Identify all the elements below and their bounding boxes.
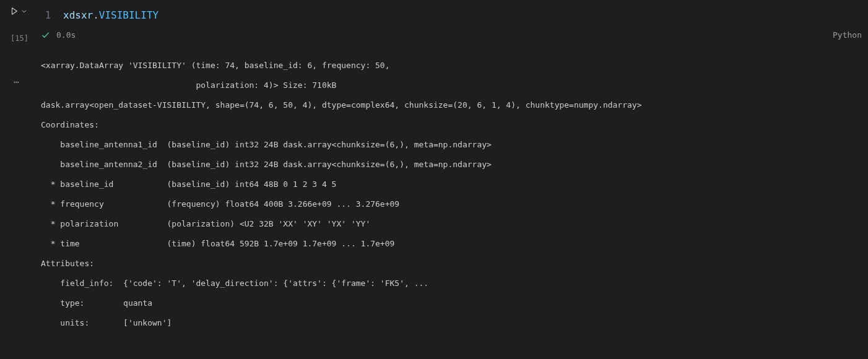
output-line: * polarization (polarization) <U2 32B 'X… [41, 214, 859, 234]
cell-output: <xarray.DataArray 'VISIBILITY' (time: 74… [32, 43, 868, 342]
output-line: type: quanta [41, 293, 859, 313]
execution-count: [15] [1, 31, 32, 46]
code-input-area[interactable]: 1 xdsxr.VISIBILITY [32, 0, 868, 28]
more-actions-icon[interactable]: ⋯ [1, 46, 32, 87]
output-line: baseline_antenna2_id (baseline_id) int32… [41, 155, 859, 175]
output-line: field_info: {'code': 'T', 'delay_directi… [41, 274, 859, 293]
output-line: baseline_antenna1_id (baseline_id) int32… [41, 135, 859, 155]
check-icon [41, 30, 50, 40]
code-constant: VISIBILITY [99, 9, 158, 21]
output-line: * frequency (frequency) float64 400B 3.2… [41, 194, 859, 214]
output-line: * baseline_id (baseline_id) int64 48B 0 … [41, 175, 859, 194]
execution-duration: 0.0s [56, 30, 76, 40]
notebook-cell: [15] ⋯ 1 xdsxr.VISIBILITY 0.0s Python <x… [0, 0, 868, 359]
gutter-controls [1, 4, 32, 19]
output-line: <xarray.DataArray 'VISIBILITY' (time: 74… [41, 56, 859, 76]
output-line: dask.array<open_dataset-VISIBILITY, shap… [41, 95, 859, 115]
code-variable: xdsxr [63, 9, 93, 21]
output-line: units: ['unkown'] [41, 313, 859, 333]
output-line: Coordinates: [41, 115, 859, 135]
status-bar: 0.0s Python [32, 28, 868, 43]
line-number: 1 [32, 9, 63, 22]
code-text[interactable]: xdsxr.VISIBILITY [63, 9, 158, 22]
output-line: * time (time) float64 592B 1.7e+09 1.7e+… [41, 234, 859, 254]
cell-main: 1 xdsxr.VISIBILITY 0.0s Python <xarray.D… [32, 0, 868, 359]
output-line: polarization: 4)> Size: 710kB [41, 76, 859, 95]
chevron-down-icon[interactable] [21, 8, 27, 14]
cell-gutter: [15] ⋯ [1, 0, 32, 359]
language-label[interactable]: Python [833, 30, 868, 40]
output-line: Attributes: [41, 254, 859, 274]
run-icon[interactable] [10, 7, 19, 15]
code-dot: . [93, 9, 99, 21]
